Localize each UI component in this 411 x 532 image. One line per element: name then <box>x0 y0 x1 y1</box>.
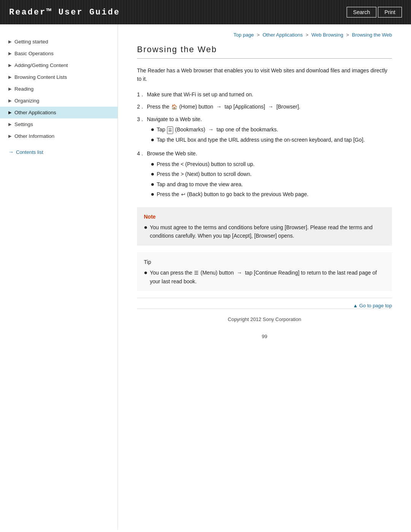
print-button[interactable]: Print <box>378 7 402 18</box>
sidebar-item-settings[interactable]: ▶ Settings <box>0 118 118 130</box>
intro-text: The Reader has a Web browser that enable… <box>137 66 392 83</box>
step-4-sub-list: ● Press the < (Previous) button to scrol… <box>151 160 392 199</box>
sidebar-item-adding-content[interactable]: ▶ Adding/Getting Content <box>0 59 118 71</box>
step-4-sub-4: ● Press the ↩ (Back) button to go back t… <box>151 190 392 199</box>
app-title: Reader™ User Guide <box>9 8 120 17</box>
chevron-right-icon: ▶ <box>8 51 11 56</box>
bullet-icon: ● <box>144 268 148 277</box>
breadcrumb-current[interactable]: Browsing the Web <box>352 32 392 38</box>
bookmark-icon: ☰ <box>167 126 173 134</box>
step-3-sub-2: ● Tap the URL box and type the URL addre… <box>151 136 392 144</box>
tip-text: You can press the ☰ (Menu) button → tap … <box>150 268 385 286</box>
note-box: Note ● You must agree to the terms and c… <box>137 207 392 246</box>
sidebar-label: Organizing <box>14 98 39 104</box>
bullet-icon: ● <box>151 125 155 134</box>
step-3-sub-list: ● Tap ☰ (Bookmarks) → tap one of the boo… <box>151 125 392 144</box>
tip-label: Tip <box>144 258 385 266</box>
step-3-content: Navigate to a Web site. ● Tap ☰ (Bookmar… <box>147 115 392 145</box>
search-button[interactable]: Search <box>347 7 376 18</box>
menu-icon: ☰ <box>194 269 199 277</box>
footer: Copyright 2012 Sony Corporation <box>137 308 392 330</box>
step-4-sub-3: ● Tap and drag to move the view area. <box>151 180 392 189</box>
page-number: 99 <box>137 334 392 339</box>
breadcrumb-other-apps[interactable]: Other Applications <box>263 32 303 38</box>
note-content: ● You must agree to the terms and condit… <box>144 223 385 240</box>
sidebar-item-getting-started[interactable]: ▶ Getting started <box>0 36 118 48</box>
step-3-sub-1-text: Tap ☰ (Bookmarks) → tap one of the bookm… <box>157 125 278 134</box>
sidebar-label: Browsing Content Lists <box>14 74 67 80</box>
go-to-top: ▲ Go to page top <box>137 298 392 308</box>
bullet-icon: ● <box>151 160 155 168</box>
step-4-sub-3-text: Tap and drag to move the view area. <box>157 180 243 189</box>
step-4-sub-1-text: Press the < (Previous) button to scroll … <box>157 160 255 168</box>
note-text: You must agree to the terms and conditio… <box>150 223 385 240</box>
step-2-num: 2 . <box>137 102 145 111</box>
breadcrumb-sep3: > <box>346 32 349 38</box>
chevron-right-icon: ▶ <box>8 134 11 139</box>
note-label: Note <box>144 212 385 221</box>
contents-list-link[interactable]: → Contents list <box>8 149 118 155</box>
sidebar-label: Other Applications <box>14 110 56 115</box>
steps-list: 1 . Make sure that Wi-Fi is set up and t… <box>137 90 392 200</box>
step-1-num: 1 . <box>137 90 145 99</box>
chevron-right-icon: ▶ <box>8 122 11 127</box>
header: Reader™ User Guide Search Print <box>0 0 411 24</box>
step-3-sub-1: ● Tap ☰ (Bookmarks) → tap one of the boo… <box>151 125 392 134</box>
chevron-right-icon: ▶ <box>8 110 11 115</box>
step-4-sub-2: ● Press the > (Next) button to scroll do… <box>151 170 392 178</box>
go-to-top-link[interactable]: ▲ Go to page top <box>353 303 392 308</box>
step-3: 3 . Navigate to a Web site. ● Tap ☰ (Boo… <box>137 115 392 145</box>
sidebar-item-browsing-content[interactable]: ▶ Browsing Content Lists <box>0 71 118 83</box>
arrow-right-icon: → <box>8 149 14 155</box>
layout: ▶ Getting started ▶ Basic Operations ▶ A… <box>0 24 411 530</box>
breadcrumb-top[interactable]: Top page <box>234 32 254 38</box>
step-4: 4 . Browse the Web site. ● Press the < (… <box>137 149 392 200</box>
sidebar-item-other-information[interactable]: ▶ Other Information <box>0 130 118 142</box>
home-icon: 🏠 <box>171 103 177 111</box>
step-4-sub-2-text: Press the > (Next) button to scroll down… <box>157 170 252 178</box>
bullet-icon: ● <box>144 223 148 232</box>
sidebar-label: Adding/Getting Content <box>14 62 68 68</box>
step-3-text: Navigate to a Web site. <box>147 116 202 122</box>
step-2-text: Press the 🏠 (Home) button → tap [Applica… <box>147 102 392 111</box>
tip-box: Tip ● You can press the ☰ (Menu) button … <box>137 252 392 291</box>
breadcrumb-web-browsing[interactable]: Web Browsing <box>311 32 343 38</box>
sidebar-item-organizing[interactable]: ▶ Organizing <box>0 95 118 107</box>
step-4-num: 4 . <box>137 149 145 158</box>
step-4-sub-4-text: Press the ↩ (Back) button to go back to … <box>157 190 309 199</box>
chevron-right-icon: ▶ <box>8 63 11 68</box>
sidebar: ▶ Getting started ▶ Basic Operations ▶ A… <box>0 24 118 530</box>
chevron-right-icon: ▶ <box>8 86 11 91</box>
sidebar-item-basic-operations[interactable]: ▶ Basic Operations <box>0 48 118 59</box>
sidebar-label: Other Information <box>14 133 54 139</box>
sidebar-label: Getting started <box>14 39 48 45</box>
sidebar-label: Reading <box>14 86 33 92</box>
step-1: 1 . Make sure that Wi-Fi is set up and t… <box>137 90 392 99</box>
main-content: Top page > Other Applications > Web Brow… <box>118 24 411 530</box>
page-title: Browsing the Web <box>137 45 392 59</box>
step-4-text: Browse the Web site. <box>147 150 197 157</box>
breadcrumb: Top page > Other Applications > Web Brow… <box>137 32 392 38</box>
step-4-content: Browse the Web site. ● Press the < (Prev… <box>147 149 392 200</box>
back-icon: ↩ <box>181 191 185 199</box>
sidebar-label: Basic Operations <box>14 51 54 56</box>
bullet-icon: ● <box>151 136 155 144</box>
step-1-text: Make sure that Wi-Fi is set up and turne… <box>147 90 392 99</box>
chevron-right-icon: ▶ <box>8 39 11 44</box>
step-2: 2 . Press the 🏠 (Home) button → tap [App… <box>137 102 392 111</box>
header-buttons: Search Print <box>347 7 402 18</box>
sidebar-label: Settings <box>14 121 33 127</box>
sidebar-item-other-applications[interactable]: ▶ Other Applications <box>0 107 118 118</box>
step-4-sub-1: ● Press the < (Previous) button to scrol… <box>151 160 392 168</box>
breadcrumb-sep1: > <box>257 32 260 38</box>
sidebar-item-reading[interactable]: ▶ Reading <box>0 83 118 95</box>
chevron-right-icon: ▶ <box>8 75 11 80</box>
bullet-icon: ● <box>151 190 155 198</box>
copyright-text: Copyright 2012 Sony Corporation <box>228 316 301 322</box>
tip-content: ● You can press the ☰ (Menu) button → ta… <box>144 268 385 286</box>
bullet-icon: ● <box>151 180 155 189</box>
step-3-sub-2-text: Tap the URL box and type the URL address… <box>157 136 365 144</box>
step-3-num: 3 . <box>137 115 145 123</box>
breadcrumb-sep2: > <box>306 32 309 38</box>
bullet-icon: ● <box>151 170 155 178</box>
